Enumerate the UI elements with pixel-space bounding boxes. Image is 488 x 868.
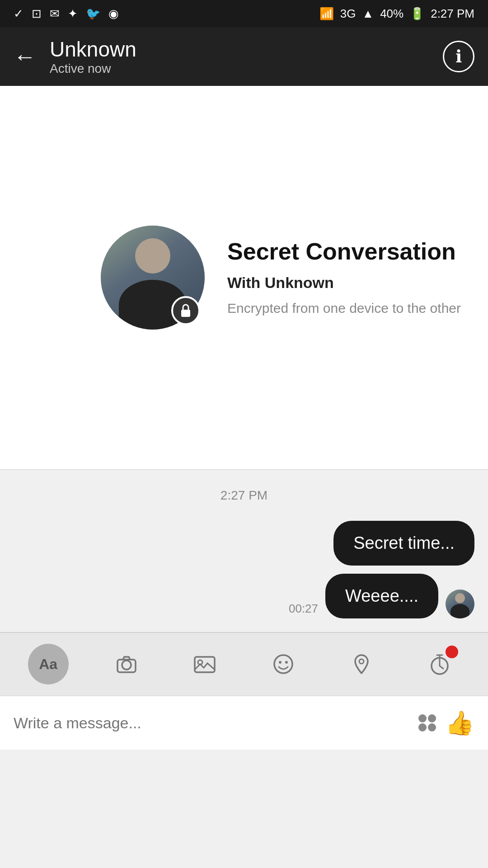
chat-header: ← Unknown Active now ℹ: [0, 27, 488, 86]
svg-point-8: [359, 659, 364, 664]
message-text-2: Weeee....: [345, 586, 418, 605]
network-label: 3G: [340, 7, 356, 21]
camera-icon: [115, 652, 138, 676]
secret-with: With Unknown: [227, 274, 461, 292]
apps-icon: ✦: [68, 7, 78, 21]
text-mode-button[interactable]: Aa: [28, 644, 69, 684]
secret-description: Encrypted from one device to the other: [227, 299, 461, 318]
message-bubble-1: Secret time...: [333, 521, 474, 566]
lock-icon: [178, 302, 194, 319]
secret-text-block: Secret Conversation With Unknown Encrypt…: [227, 237, 461, 317]
timer-icon: [428, 652, 451, 676]
contact-info: Unknown Active now: [50, 37, 443, 76]
svg-point-7: [285, 661, 288, 664]
camera-button[interactable]: [106, 644, 147, 684]
svg-rect-0: [181, 310, 190, 317]
secret-title: Secret Conversation: [227, 237, 461, 265]
message-timestamp: 2:27 PM: [14, 488, 474, 503]
svg-rect-2: [117, 660, 136, 672]
svg-point-5: [274, 655, 292, 673]
input-bar: 👍: [0, 695, 488, 750]
status-icons-right: 📶 3G ▲ 40% 🔋 2:27 PM: [319, 7, 474, 21]
secret-conversation-card: Secret Conversation With Unknown Encrypt…: [0, 86, 488, 470]
location-icon: [350, 652, 373, 676]
location-button[interactable]: [341, 644, 382, 684]
messages-list: Secret time... 00:27 Weeee....: [14, 521, 474, 618]
contact-name: Unknown: [50, 37, 443, 61]
chat-area: Secret Conversation With Unknown Encrypt…: [0, 86, 488, 632]
back-button[interactable]: ←: [14, 43, 36, 70]
wifi-icon: 📶: [319, 7, 334, 21]
message-bubble-2: Weeee....: [325, 574, 438, 618]
media-toolbar: Aa: [0, 632, 488, 695]
battery-icon: 🔋: [410, 7, 424, 21]
twitter-icon: 🐦: [86, 7, 100, 21]
info-icon: ℹ: [455, 47, 462, 66]
message-input[interactable]: [14, 714, 409, 732]
gallery-button[interactable]: [184, 644, 225, 684]
signal-icon: ▲: [362, 7, 374, 21]
svg-rect-3: [195, 657, 215, 672]
gallery-icon: [193, 652, 216, 676]
screen-icon: ⊡: [32, 7, 42, 21]
text-mode-label: Aa: [39, 656, 57, 673]
secret-card-inner: Secret Conversation With Unknown Encrypt…: [101, 226, 461, 330]
lock-badge: [171, 296, 200, 325]
emoji-icon: [272, 652, 295, 676]
emoji-grid-button[interactable]: [418, 714, 436, 731]
svg-point-1: [122, 660, 131, 670]
status-icons-left: ✓ ⊡ ✉ ✦ 🐦 ◉: [14, 7, 119, 21]
messages-area: 2:27 PM Secret time... 00:27 Weeee....: [0, 470, 488, 632]
battery-label: 40%: [380, 7, 404, 21]
time-label: 2:27 PM: [431, 7, 474, 21]
status-bar: ✓ ⊡ ✉ ✦ 🐦 ◉ 📶 3G ▲ 40% 🔋 2:27 PM: [0, 0, 488, 27]
message-time-2: 00:27: [289, 602, 318, 616]
info-button[interactable]: ℹ: [443, 41, 474, 72]
shield-icon: ◉: [108, 7, 119, 21]
svg-point-6: [279, 661, 282, 664]
thumbs-up-button[interactable]: 👍: [445, 709, 474, 737]
checkmark-icon: ✓: [14, 7, 23, 21]
message-text-1: Secret time...: [353, 533, 455, 552]
message-row-2: 00:27 Weeee....: [289, 574, 474, 618]
mail-icon: ✉: [50, 7, 60, 21]
contact-status: Active now: [50, 61, 443, 76]
avatar-wrap: [101, 226, 205, 330]
emoji-button[interactable]: [263, 644, 304, 684]
timer-button[interactable]: [419, 644, 460, 684]
sender-avatar: [446, 590, 474, 618]
